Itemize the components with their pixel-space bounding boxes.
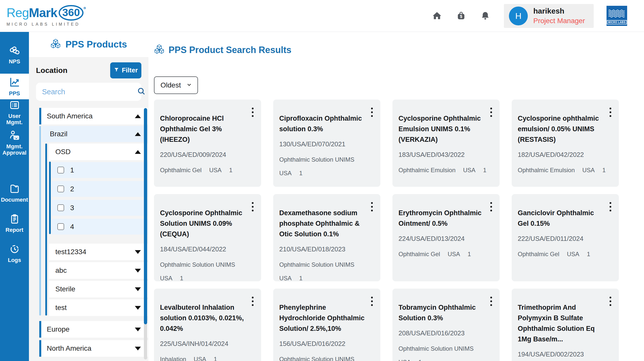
tree-item-sterile[interactable]: Sterile (49, 281, 148, 297)
product-card[interactable]: Cyclosporine Ophthalmic Emulsion UNIMS 0… (392, 100, 500, 187)
avatar: H (509, 7, 528, 25)
location-label: Location (36, 66, 67, 75)
product-country: USA (209, 167, 221, 174)
product-card[interactable]: Erythromycin Ophthalmic Ointment/ 0.5% 2… (392, 194, 500, 281)
tree-item-north-america[interactable]: North America (39, 340, 148, 357)
kebab-menu-icon[interactable] (250, 106, 255, 118)
sidebar-item-user-mgmt[interactable]: User Mgmt. (0, 101, 29, 124)
tree-item-europe[interactable]: Europe (39, 321, 148, 338)
tree-item-3[interactable]: 3 (52, 200, 148, 216)
kebab-menu-icon[interactable] (489, 295, 494, 307)
checkbox[interactable] (57, 223, 64, 230)
product-form: Ophthalmic Solution UNIMS (279, 356, 354, 361)
product-country: USA (279, 170, 292, 177)
collapse-icon[interactable] (135, 132, 141, 136)
pills-icon (9, 44, 20, 56)
product-form: Inhalation (160, 356, 186, 361)
product-card[interactable]: Ciprofloxacin Ophthalmic solution 0.3% 1… (273, 100, 380, 187)
tree-item-2[interactable]: 2 (52, 181, 148, 197)
expand-icon[interactable] (135, 328, 141, 331)
main-content: PPS Product Search Results Oldest Chloro… (148, 32, 644, 361)
home-icon[interactable] (431, 10, 442, 21)
product-reg-no: 184/USA/ED/044/2022 (160, 245, 255, 253)
product-count: 1 (214, 356, 217, 361)
product-title: Trimethoprim And Polymyxin B Sulfate Oph… (518, 302, 613, 344)
kebab-menu-icon[interactable] (370, 295, 374, 307)
expand-icon[interactable] (135, 347, 141, 350)
checkbox[interactable] (57, 167, 64, 173)
expand-icon[interactable] (135, 306, 141, 310)
product-card[interactable]: Tobramycin Ophthalmic Solution 0.3% 208/… (392, 289, 500, 361)
cubes-icon (50, 38, 61, 51)
product-count: 1 (299, 170, 302, 177)
checkbox[interactable] (57, 204, 64, 211)
tree-item-abc[interactable]: abc (49, 262, 148, 279)
search-icon[interactable] (137, 87, 146, 97)
sidebar-item-label: NPS (8, 58, 21, 65)
bell-icon[interactable] (480, 10, 491, 21)
money-bag-icon[interactable]: $ (456, 10, 467, 21)
checkbox[interactable] (57, 186, 64, 192)
panel-scrollbar-thumb[interactable] (144, 108, 147, 324)
product-title: Tobramycin Ophthalmic Solution 0.3% (398, 302, 494, 323)
kebab-menu-icon[interactable] (608, 201, 613, 213)
tree-item-osd[interactable]: OSD (49, 144, 148, 160)
collapse-icon[interactable] (135, 150, 141, 154)
product-card[interactable]: Chloroprocaine HCl Ophthalmic Gel 3% (IH… (154, 100, 261, 187)
product-form: Ophthalmic Gel (160, 167, 202, 174)
product-card[interactable]: Cyclosporine Ophthalmic Solution UNIMS 0… (154, 194, 261, 281)
product-card[interactable]: Trimethoprim And Polymyxin B Sulfate Oph… (512, 289, 619, 361)
sidebar-item-label: Document (0, 197, 29, 203)
sidebar-item-report[interactable]: Report (0, 212, 29, 235)
sort-dropdown[interactable]: Oldest (154, 76, 198, 94)
product-card[interactable]: Dexamethasone sodium phosphate Ophthalmi… (273, 194, 380, 281)
product-count: 1 (229, 167, 232, 174)
tree-item-test[interactable]: test (49, 299, 148, 316)
product-reg-no: 130/USA/ED/070/2021 (279, 140, 374, 148)
sidebar-item-document[interactable]: Document (0, 182, 29, 204)
product-country: USA (582, 167, 595, 174)
tree-item-south-america[interactable]: South America (39, 108, 148, 124)
product-reg-no: 224/USA/ED/013/2024 (398, 235, 494, 243)
sidebar-item-pps[interactable]: PPS (0, 74, 29, 99)
product-form: Ophthalmic Emulsion (518, 167, 575, 174)
product-reg-no: 208/USA/ED/016/2023 (398, 329, 494, 337)
product-card[interactable]: Ganciclovir Ophthalmic Gel 0.15% 222/USA… (512, 194, 619, 281)
panel-title: PPS Products (65, 39, 127, 50)
kebab-menu-icon[interactable] (370, 201, 374, 213)
kebab-menu-icon[interactable] (250, 295, 255, 307)
kebab-menu-icon[interactable] (489, 106, 494, 118)
kebab-menu-icon[interactable] (370, 106, 374, 118)
tree-item-4[interactable]: 4 (52, 219, 148, 235)
user-role: Project Manager (533, 17, 585, 25)
sidebar-item-logs[interactable]: Logs (0, 242, 29, 265)
product-reg-no: 220/USA/ED/009/2024 (160, 151, 255, 159)
people-icon (9, 129, 20, 141)
sidebar-item-mgmt-approval[interactable]: Mgmt. Approval (0, 131, 29, 155)
sidebar-item-label: PPS (8, 90, 21, 97)
tree-item-test12334[interactable]: test12334 (49, 244, 148, 260)
product-title: Phenylephrine Hydrochloride Ophthalmic S… (279, 302, 374, 334)
filter-button[interactable]: Filter (110, 62, 141, 78)
product-country: USA (398, 359, 411, 361)
user-profile-chip[interactable]: H harikesh Project Manager (504, 4, 594, 28)
sidebar-item-nps[interactable]: NPS (0, 42, 29, 67)
kebab-menu-icon[interactable] (250, 201, 255, 213)
product-card[interactable]: Cyclosporine ophthalmic emulsion/ 0.05% … (512, 100, 619, 187)
search-input[interactable] (42, 88, 137, 96)
expand-icon[interactable] (135, 250, 141, 254)
expand-icon[interactable] (135, 269, 141, 273)
product-card[interactable]: Levalbuterol Inhalation solution 0.0103%… (154, 289, 261, 361)
logo-degree-mark: ° (84, 6, 86, 13)
product-form: Ophthalmic Solution UNIMS (160, 261, 235, 268)
tree-item-1[interactable]: 1 (52, 162, 148, 178)
expand-icon[interactable] (135, 287, 141, 291)
product-card[interactable]: Phenylephrine Hydrochloride Ophthalmic S… (273, 289, 380, 361)
tree-item-brazil[interactable]: Brazil (42, 126, 148, 142)
page-title: PPS Product Search Results (169, 45, 291, 55)
collapse-icon[interactable] (135, 114, 141, 118)
product-form: Ophthalmic Solution UNIMS (279, 261, 354, 268)
kebab-menu-icon[interactable] (608, 106, 613, 118)
kebab-menu-icon[interactable] (489, 201, 494, 213)
kebab-menu-icon[interactable] (608, 295, 613, 307)
